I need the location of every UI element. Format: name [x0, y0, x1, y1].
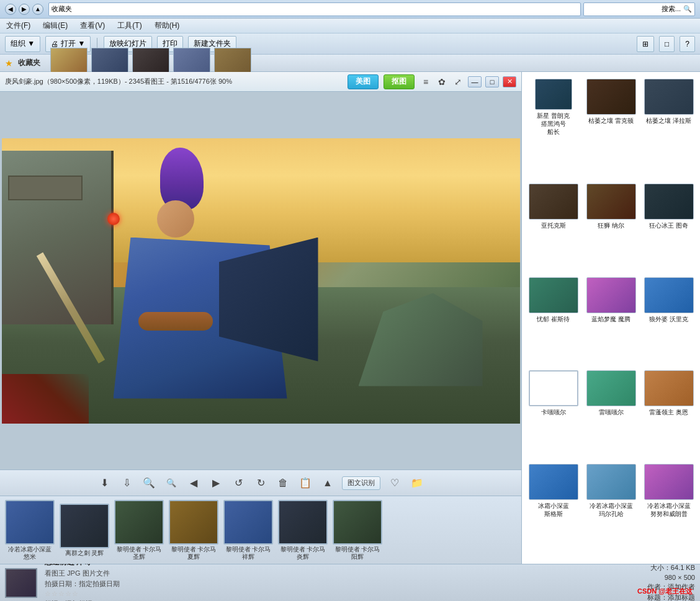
right-panel: 新星 普朗克搭黑鸿号船长 枯萎之壤 雷克顿 枯萎之壤 泽拉斯 亚托克斯 — [521, 72, 700, 564]
rp-item-12[interactable]: 冷若冰霜小深蓝玛尔孔哈 — [582, 460, 640, 561]
rp-item-8[interactable]: 卡嗤嗤尔 — [524, 366, 582, 460]
search-bar[interactable]: 搜索... 🔍 — [583, 2, 695, 16]
thumb-item-3[interactable]: 黎明使者 卡尔马 圣辉 — [114, 500, 164, 561]
delete-icon[interactable]: 🗑 — [275, 475, 291, 491]
thumb-item-7[interactable]: 黎明使者 卡尔马 阳辉 — [333, 500, 382, 561]
thumb-label-4: 黎明使者 卡尔马 夏辉 — [169, 546, 218, 561]
thumb-item-5[interactable]: 黎明使者 卡尔马 祥辉 — [223, 500, 273, 561]
rp-label-6: 蓝焰梦魔 魔腾 — [591, 315, 630, 323]
title-bar: ◀ ▶ ▲ 收藏夹 搜索... 🔍 — [0, 0, 700, 19]
menu-tools[interactable]: 工具(T) — [115, 19, 144, 32]
rp-item-1[interactable]: 枯萎之壤 泽拉斯 — [640, 74, 698, 179]
minimize-button[interactable]: — — [468, 76, 482, 87]
status-stars[interactable]: ☆☆☆☆☆ — [45, 590, 640, 598]
rp-item-2[interactable]: 亚托克斯 — [524, 179, 582, 273]
copy-icon[interactable]: 📋 — [297, 475, 313, 491]
rp-label-0: 枯萎之壤 雷克顿 — [588, 117, 634, 125]
rp-thumb-4 — [644, 184, 694, 220]
rp-item-7[interactable]: 狼外婆 沃里克 — [640, 273, 698, 367]
rp-label-3: 狂狮 纳尔 — [598, 221, 624, 229]
menu-edit[interactable]: 编辑(E) — [40, 19, 70, 32]
menu-bar: 文件(F) 编辑(E) 查看(V) 工具(T) 帮助(H) — [0, 19, 700, 33]
rp-item-3[interactable]: 狂狮 纳尔 — [582, 179, 640, 273]
fullscreen-icon[interactable]: ⤢ — [452, 76, 464, 88]
status-thumbnail — [5, 568, 37, 598]
viewer-bottom-toolbar: ⬇ ⇩ 🔍 🔍 ◀ ▶ ↺ ↻ 🗑 📋 ▲ 图文识别 ♡ 📁 — [0, 470, 521, 496]
download-icon[interactable]: ⬇ — [96, 475, 112, 491]
rp-thumb-7 — [644, 277, 694, 313]
close-button[interactable]: ✕ — [503, 76, 516, 87]
rp-item-13[interactable]: 冷若冰霜小深蓝努努和威朗普 — [640, 460, 698, 561]
koutu-button[interactable]: 抠图 — [384, 74, 415, 89]
rp-thumb-partial — [535, 79, 572, 110]
main-area: 庚风剑豪.jpg（980×500像素，119KB）- 2345看图王 - 第15… — [0, 72, 700, 564]
next-icon[interactable]: ▶ — [208, 475, 224, 491]
thumb-item-4[interactable]: 黎明使者 卡尔马 夏辉 — [169, 500, 218, 561]
rp-label-10: 雷蓬领主 奥恩 — [649, 408, 688, 416]
thumb-img-3 — [114, 500, 164, 545]
rotate-left-icon[interactable]: ↺ — [230, 475, 246, 491]
rp-item-0[interactable]: 枯萎之壤 雷克顿 — [582, 74, 640, 179]
prev-icon[interactable]: ◀ — [186, 475, 202, 491]
rp-label-11: 冰霜小深蓝斯格斯 — [538, 502, 569, 518]
favorite-icon[interactable]: ♡ — [387, 475, 403, 491]
champion-artwork — [2, 138, 520, 424]
zoom-out-icon[interactable]: 🔍 — [163, 475, 179, 491]
champion-belt — [138, 312, 213, 331]
rp-label-12: 冷若冰霜小深蓝玛尔孔哈 — [590, 502, 633, 518]
viewer-title: 庚风剑豪.jpg（980×500像素，119KB）- 2345看图王 - 第15… — [5, 77, 343, 86]
star-icon[interactable]: ✿ — [436, 76, 448, 88]
rotate-right-icon[interactable]: ↻ — [253, 475, 269, 491]
rp-item-partial[interactable]: 新星 普朗克搭黑鸿号船长 — [524, 74, 582, 179]
view-button[interactable]: ⊞ — [637, 36, 654, 52]
favorites-title: 收藏夹 — [18, 58, 40, 68]
viewer-titlebar: 庚风剑豪.jpg（980×500像素，119KB）- 2345看图王 - 第15… — [0, 72, 521, 92]
thumb-item-6[interactable]: 黎明使者 卡尔马 炎辉 — [278, 500, 328, 561]
thumb-img-5 — [223, 500, 273, 545]
thumb-item-1[interactable]: 冷若冰霜小深蓝 悠米 — [5, 500, 55, 561]
rp-item-10[interactable]: 雷蓬领主 奥恩 — [640, 366, 698, 460]
zoom-in-icon[interactable]: 🔍 — [141, 475, 157, 491]
menu-view[interactable]: 查看(V) — [78, 19, 107, 32]
folder-icon[interactable]: 📁 — [409, 475, 425, 491]
print-icon: 🖨 — [51, 40, 58, 48]
thumb-label-3: 黎明使者 卡尔马 圣辉 — [114, 546, 164, 561]
status-size: 大小：64.1 KB — [650, 563, 695, 572]
rp-item-5[interactable]: 忧郁 崔斯待 — [524, 273, 582, 367]
up-button[interactable]: ▲ — [32, 4, 43, 15]
thumb-label-7: 黎明使者 卡尔马 阳辉 — [333, 546, 382, 561]
rp-label-1: 枯萎之壤 泽拉斯 — [646, 117, 691, 125]
ocr-button[interactable]: 图文识别 — [342, 476, 380, 490]
maximize-button[interactable]: □ — [485, 76, 499, 87]
title-bar-left: ◀ ▶ ▲ 收藏夹 — [5, 2, 583, 16]
thumb-img-2 — [60, 504, 109, 548]
thumb-img-1 — [5, 500, 55, 545]
favorites-star-icon: ★ — [5, 58, 13, 68]
rp-thumb-3 — [586, 184, 636, 220]
menu-help[interactable]: 帮助(H) — [152, 19, 182, 32]
rp-item-11[interactable]: 冰霜小深蓝斯格斯 — [524, 460, 582, 561]
thumb-label-6: 黎明使者 卡尔马 炎辉 — [278, 546, 328, 561]
menu-file[interactable]: 文件(F) — [4, 19, 33, 32]
save-icon[interactable]: ⇩ — [119, 475, 135, 491]
rp-item-4[interactable]: 狂心冰王 图奇 — [640, 179, 698, 273]
rp-item-9[interactable]: 雷嗤嗤尔 — [582, 366, 640, 460]
organize-button[interactable]: 组织 ▼ — [5, 36, 40, 52]
champion-face — [157, 200, 194, 238]
thumb-item-2[interactable]: 离群之刺 灵辉 — [60, 504, 109, 557]
preview-toggle[interactable]: □ — [659, 36, 675, 52]
address-bar[interactable]: 收藏夹 — [48, 2, 581, 16]
menu-icon[interactable]: ≡ — [420, 76, 432, 88]
help-button[interactable]: ? — [680, 36, 695, 52]
rp-label-partial: 新星 普朗克搭黑鸿号船长 — [537, 112, 570, 136]
address-text: 收藏夹 — [52, 4, 72, 14]
status-date: 拍摄日期：指定拍摄日期 — [45, 579, 640, 589]
top-icon[interactable]: ▲ — [320, 475, 336, 491]
rp-thumb-1 — [644, 79, 694, 115]
forward-button[interactable]: ▶ — [19, 4, 30, 15]
meitou-button[interactable]: 美图 — [348, 74, 379, 89]
rp-label-7: 狼外婆 沃里克 — [649, 315, 688, 323]
rp-thumb-13 — [644, 464, 694, 500]
back-button[interactable]: ◀ — [5, 4, 16, 15]
rp-item-6[interactable]: 蓝焰梦魔 魔腾 — [582, 273, 640, 367]
